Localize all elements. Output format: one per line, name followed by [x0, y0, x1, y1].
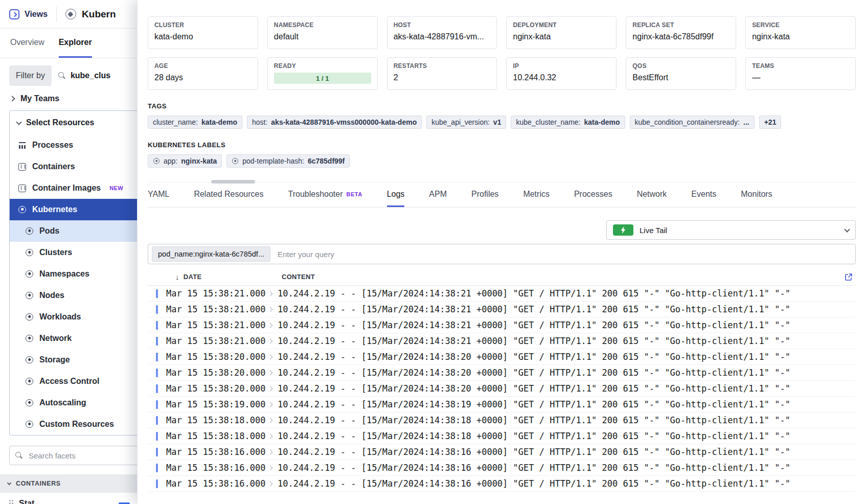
log-row[interactable]: Mar 15 15:38:21.000 10.244.2.19 - - [15/…: [148, 286, 856, 302]
expand-chevron-icon[interactable]: [268, 323, 273, 328]
tag-key: host:: [252, 118, 267, 126]
detail-tab[interactable]: Monitors: [741, 182, 772, 207]
resource-item[interactable]: Access Control: [10, 371, 153, 392]
detail-tab[interactable]: Profiles: [471, 182, 498, 207]
expand-chevron-icon[interactable]: [268, 291, 273, 296]
select-resources-toggle[interactable]: Select Resources: [10, 111, 153, 134]
card-label: DEPLOYMENT: [513, 21, 610, 29]
detail-tab[interactable]: APM: [429, 182, 447, 207]
date-column-header[interactable]: ↓ DATE: [148, 272, 282, 281]
log-row[interactable]: Mar 15 15:38:19.000 10.244.2.19 - - [15/…: [148, 397, 856, 413]
sidebar-tab[interactable]: Overview: [10, 29, 44, 58]
resource-item[interactable]: Containers: [10, 156, 153, 177]
log-level-bar: [156, 289, 158, 298]
log-timestamp: Mar 15 15:38:21.000: [166, 336, 268, 346]
containers-section-label: CONTAINERS: [16, 480, 61, 487]
facet-row-partial[interactable]: Stat: [9, 499, 144, 504]
log-row[interactable]: Mar 15 15:38:20.000 10.244.2.19 - - [15/…: [148, 381, 856, 397]
scrollbar-thumb[interactable]: [211, 180, 255, 184]
log-row[interactable]: Mar 15 15:38:16.000 10.244.2.19 - - [15/…: [148, 476, 856, 492]
log-row[interactable]: Mar 15 15:38:16.000 10.244.2.19 - - [15/…: [148, 460, 856, 476]
expand-chevron-icon[interactable]: [268, 465, 273, 470]
tag-pill[interactable]: host:aks-kata-42887916-vmss000000-kata-d…: [247, 116, 422, 129]
log-row[interactable]: Mar 15 15:38:20.000 10.244.2.19 - - [15/…: [148, 365, 856, 381]
search-facets-input[interactable]: [28, 451, 147, 461]
resource-item[interactable]: Namespaces: [10, 263, 153, 285]
detail-tab[interactable]: Related Resources: [194, 182, 263, 207]
query-input[interactable]: [277, 249, 852, 259]
views-menu[interactable]: Views: [25, 10, 48, 19]
k8s-labels-section-label: KUBERNETES LABELS: [148, 141, 856, 149]
log-row[interactable]: Mar 15 15:38:21.000 10.244.2.19 - - [15/…: [148, 317, 856, 333]
tags-more-pill[interactable]: +21: [759, 116, 782, 129]
search-facets-box[interactable]: [9, 446, 153, 465]
expand-chevron-icon[interactable]: [268, 449, 273, 454]
log-content: 10.244.2.19 - - [15/Mar/2024:14:38:18 +0…: [278, 415, 790, 425]
log-row[interactable]: Mar 15 15:38:16.000 10.244.2.19 - - [15/…: [148, 444, 856, 460]
tag-pill[interactable]: kube_cluster_name:kata-demo: [511, 116, 625, 129]
resource-item[interactable]: Workloads: [10, 306, 153, 328]
expand-chevron-icon[interactable]: [268, 433, 273, 439]
tag-pill[interactable]: kube_api_version:v1: [426, 116, 506, 129]
detail-tab[interactable]: Troubleshooter BETA: [288, 182, 362, 207]
live-tail-select[interactable]: Live Tail: [606, 220, 856, 240]
k8s-label-pill[interactable]: app:nginx-kata: [148, 154, 222, 168]
detail-tab[interactable]: Processes: [574, 182, 612, 207]
sort-desc-icon[interactable]: ↓: [175, 272, 179, 281]
resource-item[interactable]: Autoscaling: [10, 392, 153, 414]
card-value: 2: [394, 73, 491, 82]
detail-tab-label: Processes: [574, 190, 612, 199]
expand-chevron-icon[interactable]: [268, 307, 273, 312]
resource-item[interactable]: Nodes: [10, 285, 153, 306]
resource-item[interactable]: Kubernetes: [10, 199, 153, 220]
resource-item[interactable]: Pods: [10, 220, 153, 242]
log-row[interactable]: Mar 15 15:38:18.000 10.244.2.19 - - [15/…: [148, 413, 856, 428]
query-filter-pill[interactable]: pod_name:nginx-kata-6c785df...: [152, 246, 270, 262]
log-row[interactable]: Mar 15 15:38:20.000 10.244.2.19 - - [15/…: [148, 349, 856, 365]
filter-search[interactable]: kube_clus: [58, 71, 110, 80]
summary-card: AGE 28 days 28 days: [148, 57, 258, 90]
k8s-label-pill[interactable]: pod-template-hash:6c785df99f: [226, 154, 350, 168]
expand-chevron-icon[interactable]: [268, 338, 273, 343]
my-teams-toggle[interactable]: My Teams: [10, 94, 153, 103]
resource-item[interactable]: Processes: [10, 134, 153, 156]
detail-tab[interactable]: YAML: [148, 182, 169, 207]
resource-item-label: Clusters: [39, 248, 72, 257]
log-row[interactable]: Mar 15 15:38:18.000 10.244.2.19 - - [15/…: [148, 428, 856, 444]
summary-card: CLUSTER kata-demo kata-demo: [148, 16, 258, 49]
resource-item[interactable]: Network: [10, 328, 153, 349]
tag-value: kata-demo: [584, 118, 620, 126]
sidebar-tab[interactable]: Explorer: [59, 29, 92, 58]
open-in-logs-icon[interactable]: [845, 273, 853, 281]
search-icon: [58, 72, 66, 80]
drag-handle-icon[interactable]: [9, 500, 14, 504]
expand-chevron-icon[interactable]: [268, 418, 273, 423]
log-row[interactable]: Mar 15 15:38:21.000 10.244.2.19 - - [15/…: [148, 302, 856, 317]
tag-pill[interactable]: kube_condition_containersready:...: [630, 116, 755, 129]
expand-chevron-icon[interactable]: [268, 370, 273, 375]
detail-tab[interactable]: Network: [637, 182, 667, 207]
detail-tab[interactable]: Logs: [387, 182, 405, 207]
log-query-bar[interactable]: pod_name:nginx-kata-6c785df...: [148, 244, 856, 264]
tag-pill[interactable]: cluster_name:kata-demo: [148, 116, 242, 129]
containers-section-toggle[interactable]: CONTAINERS: [0, 474, 153, 493]
expand-chevron-icon[interactable]: [268, 354, 273, 359]
vertical-divider: [56, 7, 57, 22]
resource-item[interactable]: Custom Resources: [10, 414, 153, 435]
expand-chevron-icon[interactable]: [268, 386, 273, 391]
detail-tab[interactable]: Events: [691, 182, 716, 207]
resource-item[interactable]: Storage: [10, 349, 153, 371]
log-row[interactable]: Mar 15 15:38:21.000 10.244.2.19 - - [15/…: [148, 333, 856, 349]
detail-tab-label: Logs: [387, 190, 405, 199]
detail-tab[interactable]: Metrics: [523, 182, 550, 207]
expand-chevron-icon[interactable]: [268, 402, 273, 407]
ready-progress-label: 1 / 1: [316, 75, 329, 82]
resource-item[interactable]: Clusters: [10, 242, 153, 263]
views-icon[interactable]: [9, 9, 19, 19]
expand-chevron-icon[interactable]: [268, 481, 273, 486]
resource-item[interactable]: Container Images NEW: [10, 177, 153, 199]
resource-item-label: Pods: [39, 226, 59, 236]
filter-query-value[interactable]: kube_clus: [71, 71, 110, 80]
page-title: Kubern: [82, 9, 116, 20]
log-level-bar: [156, 432, 158, 441]
